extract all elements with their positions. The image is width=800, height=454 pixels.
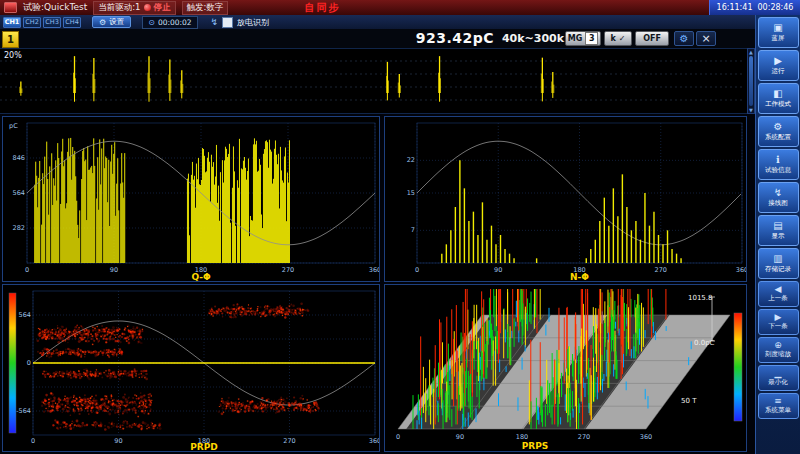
sidebar-item-label: 最小化 — [768, 378, 788, 387]
channel-ch1-button[interactable]: CH1 — [3, 17, 21, 28]
svg-text:90: 90 — [114, 437, 122, 445]
sidebar-tool-zoom[interactable]: ⊕刻度缩放 — [758, 337, 799, 363]
sync-status-label: 自同步 — [304, 1, 340, 15]
close-icon: × — [701, 32, 710, 45]
prev-icon: ◀ — [775, 285, 782, 294]
sidebar-item-label: 存储记录 — [765, 265, 791, 274]
sidebar-item-label: 试验信息 — [765, 166, 791, 175]
svg-text:50 T: 50 T — [681, 397, 697, 405]
test-name-label: 试验:QuickTest — [23, 1, 87, 14]
trigger-label: 触发:数字 — [187, 2, 224, 14]
strip-scrollbar[interactable]: ▲ ▼ — [747, 48, 755, 114]
drive-label: 当前驱动:1 — [98, 2, 140, 14]
sidebar-tool-prev[interactable]: ◀上一条 — [758, 281, 799, 307]
menu-icon: ≡ — [774, 397, 782, 406]
k-calibration-button[interactable]: k ✓ — [604, 31, 632, 46]
gear-icon: ⚙ — [680, 33, 689, 44]
svg-text:0: 0 — [396, 433, 400, 441]
discharge-recognition-toggle[interactable]: ↯ 放电识别 — [211, 17, 270, 28]
info-icon: ℹ — [776, 155, 780, 165]
next-icon: ▶ — [775, 313, 782, 322]
sidebar-item-gear[interactable]: ⚙系统配置 — [758, 116, 799, 147]
svg-text:180: 180 — [516, 433, 528, 441]
sidebar-item-label: 运行 — [772, 67, 785, 76]
prpd-chart: 5640-564090180270360PRPD — [3, 285, 379, 451]
prpd-colorbar — [9, 293, 16, 433]
mg-gain-button[interactable]: MG 3 — [565, 31, 601, 46]
minimize-icon: ▁ — [775, 369, 782, 378]
svg-text:564: 564 — [13, 189, 25, 197]
pulse-waveform-panel: 20% — [0, 48, 747, 114]
svg-text:pC: pC — [9, 122, 18, 130]
channel-ch4-button[interactable]: CH4 — [63, 17, 81, 28]
sidebar-item-label: 显示 — [772, 232, 785, 241]
sidebar-item-save[interactable]: ▥存储记录 — [758, 248, 799, 279]
q-phi-chart: pC846564282090180270360Q-Φ — [3, 117, 379, 281]
channel-ch3-button[interactable]: CH3 — [43, 17, 61, 28]
save-icon: ▥ — [773, 254, 782, 264]
channel-buttons: CH1CH2CH3CH4 — [3, 17, 81, 28]
svg-text:0: 0 — [25, 266, 29, 274]
svg-text:22: 22 — [407, 156, 415, 164]
sidebar-item-label: 蓝屏 — [772, 34, 785, 43]
k-label: k — [610, 34, 615, 43]
close-button[interactable]: × — [696, 31, 716, 46]
scroll-up-icon[interactable]: ▲ — [749, 49, 753, 55]
prps-3d-chart: 1015.80.0pC50 T090180270360PRPS — [385, 285, 746, 451]
svg-text:270: 270 — [655, 266, 667, 274]
pulse-waveform-chart — [0, 49, 745, 113]
svg-text:PRPS: PRPS — [522, 441, 549, 451]
discharge-icon: ↯ — [211, 17, 219, 27]
mode-icon: ◧ — [773, 89, 782, 99]
svg-text:-564: -564 — [16, 407, 31, 415]
sidebar-item-label: 工作模式 — [765, 100, 791, 109]
sidebar-tool-minimize[interactable]: ▁最小化 — [758, 365, 799, 391]
sidebar-item-wiring[interactable]: ↯接线图 — [758, 182, 799, 213]
qphi-bars — [35, 138, 290, 263]
n-phi-panel: 22157090180270360N-Φ — [384, 116, 747, 282]
filter-band-label: 40k~300k — [498, 32, 568, 45]
discharge-checkbox[interactable] — [222, 17, 233, 28]
discharge-label: 放电识别 — [237, 17, 269, 28]
pulse-spikes — [20, 56, 554, 102]
scroll-thumb[interactable] — [749, 56, 753, 106]
scroll-down-icon[interactable]: ▼ — [749, 107, 753, 113]
svg-text:PRPD: PRPD — [190, 442, 218, 451]
sidebar-item-mode[interactable]: ◧工作模式 — [758, 83, 799, 114]
settings-button[interactable]: ⚙ 设置 — [92, 16, 131, 28]
prps-panel: 1015.80.0pC50 T090180270360PRPS — [384, 284, 747, 452]
monitor-icon: ▣ — [773, 23, 782, 33]
stop-indicator-icon — [144, 4, 151, 11]
sidebar-item-info[interactable]: ℹ试验信息 — [758, 149, 799, 180]
channel-ch2-button[interactable]: CH2 — [23, 17, 41, 28]
svg-text:15: 15 — [407, 189, 415, 197]
settings-gear-button[interactable]: ⚙ — [674, 31, 694, 46]
svg-text:90: 90 — [110, 266, 118, 274]
svg-text:360: 360 — [640, 433, 652, 441]
svg-text:270: 270 — [282, 266, 294, 274]
zoom-icon: ⊕ — [774, 341, 782, 350]
sidebar-item-monitor[interactable]: ▣蓝屏 — [758, 17, 799, 48]
sidebar-tool-next[interactable]: ▶下一条 — [758, 309, 799, 335]
gear-icon: ⚙ — [774, 122, 783, 132]
reading-bar: 1 923.42pC 40k~300k MG 3 k ✓ OFF ⚙ × — [0, 29, 755, 49]
mg-label: MG — [568, 34, 583, 43]
sidebar-item-play[interactable]: ▶运行 — [758, 50, 799, 81]
gear-icon: ⚙ — [99, 18, 106, 27]
sidebar-item-label: 刻度缩放 — [765, 350, 791, 359]
timer-value: 00:00:02 — [158, 18, 192, 27]
clock-icon: ⊙ — [148, 18, 155, 27]
settings-label: 设置 — [109, 17, 124, 27]
svg-text:360: 360 — [369, 266, 379, 274]
sidebar-item-label: 接线图 — [768, 199, 788, 208]
svg-text:0: 0 — [27, 359, 31, 367]
sidebar-item-display[interactable]: ▤显示 — [758, 215, 799, 246]
svg-text:N-Φ: N-Φ — [570, 272, 589, 281]
toolbar: CH1CH2CH3CH4 ⚙ 设置 ⊙ 00:00:02 ↯ 放电识别 — [0, 15, 755, 29]
svg-text:360: 360 — [369, 437, 379, 445]
stop-label: 停止 — [154, 2, 171, 14]
channel-tab-1[interactable]: 1 — [2, 31, 19, 48]
sidebar-tool-menu[interactable]: ≡系统菜单 — [758, 393, 799, 419]
off-button[interactable]: OFF — [635, 31, 669, 46]
svg-text:846: 846 — [13, 154, 25, 162]
